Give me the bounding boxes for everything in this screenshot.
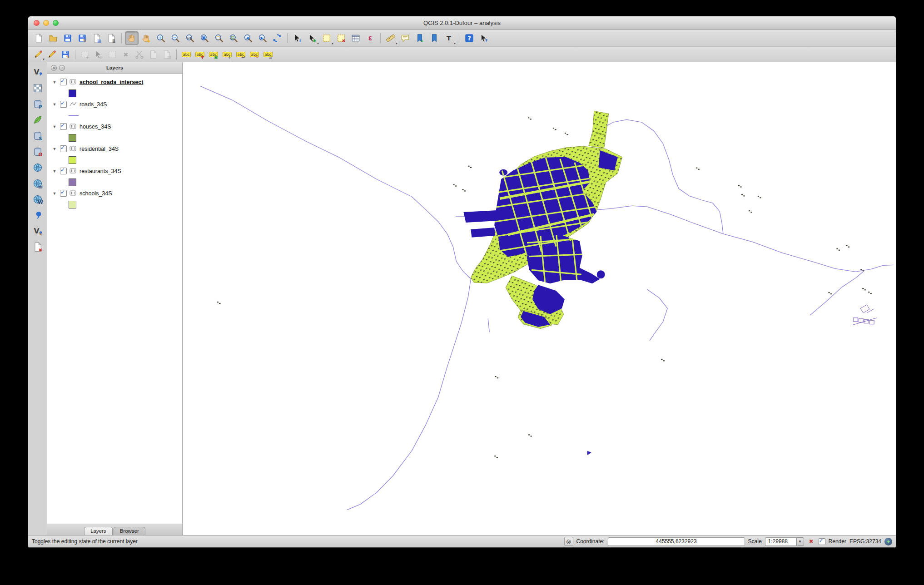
layer-name[interactable]: restaurants_34S [79,168,121,174]
zoom-in-icon[interactable]: + [154,31,168,45]
add-spatialite-layer-icon[interactable] [30,113,45,127]
measure-icon[interactable]: ▾ [384,31,397,45]
minimize-button[interactable] [43,20,49,26]
zoom-button[interactable] [53,20,59,26]
new-print-composer-icon[interactable]: ▤ [90,31,104,45]
pan-map-icon[interactable] [125,31,139,45]
zoom-out-icon[interactable]: − [169,31,182,45]
tab-browser[interactable]: Browser [114,527,145,535]
add-postgis-layer-icon[interactable]: P [30,97,45,111]
expand-triangle-icon[interactable]: ▼ [52,191,57,196]
composer-manager-icon[interactable]: ≣ [104,31,118,45]
open-attribute-table-icon[interactable] [349,31,363,45]
render-checkbox[interactable]: ✓ [819,538,825,545]
layer-name[interactable]: houses_34S [79,124,111,130]
project-new-icon[interactable] [32,31,45,45]
zoom-next-icon[interactable]: ▶ [256,31,269,45]
expand-triangle-icon[interactable]: ▼ [52,147,57,151]
svg-text:+: + [158,35,162,40]
expand-triangle-icon[interactable]: ▼ [52,102,57,107]
add-mssql-layer-icon[interactable]: S [30,129,45,143]
crs-status[interactable]: EPSG:32734 [849,538,881,545]
current-edits-icon[interactable]: ▾ [32,48,45,61]
coordinate-input[interactable] [608,537,745,546]
scale-combo[interactable]: 1:29988 ▼ [765,537,804,546]
map-tips-icon[interactable] [398,31,412,45]
label-properties-icon[interactable]: ≣ [262,48,274,61]
add-wcs-layer-icon[interactable]: ▤ [30,176,45,191]
move-label-icon[interactable]: ✛ [221,48,233,61]
layer-checkbox[interactable]: ✓ [60,123,67,130]
add-vector-layer-icon[interactable] [30,65,45,79]
close-button[interactable] [34,20,40,26]
field-calculator-icon[interactable]: ε [363,31,377,45]
run-feature-action-icon[interactable]: ✱▾ [305,31,319,45]
panel-close-icon[interactable]: ✕ [51,65,57,71]
add-wfs-layer-icon[interactable]: W [30,192,45,207]
stop-rendering-icon[interactable]: ✖ [807,537,815,545]
scale-value[interactable]: 1:29988 [765,537,796,546]
tab-layers[interactable]: Layers [84,527,113,535]
project-save-as-icon[interactable]: ✎ [75,31,89,45]
help-contents-icon[interactable]: ? [462,31,476,45]
toggle-editing-icon[interactable] [45,48,58,61]
expand-triangle-icon[interactable]: ▼ [52,169,57,174]
layer-name[interactable]: school_roads_intersect [79,79,143,85]
expand-triangle-icon[interactable]: ▼ [52,124,57,129]
layer-checkbox[interactable]: ✓ [60,168,67,174]
pin-labels-icon[interactable]: ▼ [194,48,206,61]
change-label-icon[interactable]: ✎ [248,48,261,61]
add-raster-layer-icon[interactable] [30,81,45,95]
project-save-icon[interactable] [61,31,75,45]
project-open-icon[interactable] [46,31,60,45]
coordinate-display-toggle-icon[interactable]: ◎ [564,537,573,546]
save-layer-edits-icon[interactable]: ✎ [59,48,72,61]
new-shapefile-layer-icon[interactable]: ✎ [30,224,45,238]
layer-name[interactable]: residential_34S [79,146,119,152]
add-delimited-text-layer-icon[interactable] [30,208,45,223]
expand-triangle-icon[interactable]: ▼ [52,80,57,84]
pan-to-selection-icon[interactable]: ◈ [139,31,153,45]
zoom-last-icon[interactable]: ◀ [241,31,255,45]
layer-checkbox[interactable]: ✓ [60,145,67,152]
log-messages-icon[interactable]: + [884,538,892,545]
layer-name[interactable]: roads_34S [79,101,107,108]
text-annotation-icon[interactable]: T▾ [442,31,456,45]
layer-checkbox[interactable]: ✓ [60,79,67,85]
layer-swatch[interactable] [69,178,76,186]
whats-this-icon[interactable]: ? [477,31,491,45]
select-features-icon[interactable]: ▾ [320,31,333,45]
rotate-label-icon[interactable]: ↩ [234,48,247,61]
map-canvas[interactable] [183,62,896,535]
zoom-full-icon[interactable]: ▣ [198,31,211,45]
identify-features-icon[interactable]: i [291,31,304,45]
layer-swatch[interactable] [69,134,76,142]
layer-checkbox[interactable]: ✓ [60,101,67,108]
layer-swatch[interactable] [69,156,76,164]
dropdown-caret-icon: ▾ [43,57,45,61]
highlight-pinned-labels-icon[interactable]: ▣ [207,48,220,61]
remove-layer-icon[interactable]: ✖ [30,240,45,254]
zoom-to-layer-icon[interactable]: ▤ [227,31,240,45]
new-bookmark-icon[interactable]: + [413,31,427,45]
layer-swatch[interactable] [69,201,76,208]
labeling-options-icon[interactable] [180,48,193,61]
add-oracle-layer-icon[interactable]: O [30,144,45,159]
layer-checkbox[interactable]: ✓ [60,190,67,197]
map-refresh-icon[interactable] [270,31,284,45]
layer-swatch[interactable] [69,115,79,116]
scale-dropdown-icon[interactable]: ▼ [796,537,804,546]
zoom-native-icon[interactable]: 1:1 [183,31,197,45]
desktop: QGIS 2.0.1-Dufour – analysis ✎▤≣◈+−1:1▣▢… [0,0,924,585]
layers-panel-title: Layers [106,65,123,70]
zoom-to-selection-icon[interactable]: ▢ [212,31,226,45]
layer-swatch[interactable] [69,89,76,97]
add-wms-layer-icon[interactable] [30,160,45,175]
show-bookmarks-icon[interactable] [427,31,441,45]
add-feature-icon: + [79,48,91,61]
panel-detach-icon[interactable]: ◦ [59,65,65,71]
layer-name[interactable]: schools_34S [79,190,112,197]
toolbar-separator [380,33,381,43]
svg-text:✎: ✎ [38,232,42,237]
deselect-features-icon[interactable]: ✖ [334,31,348,45]
